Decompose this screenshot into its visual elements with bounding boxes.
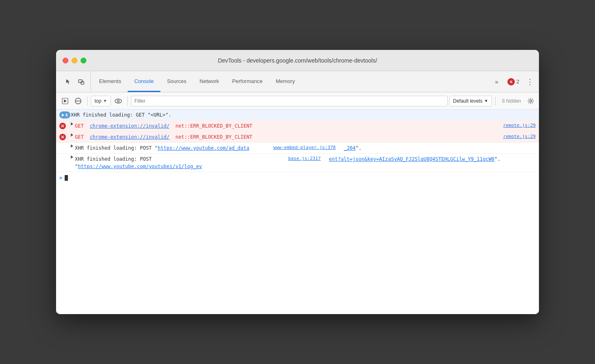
log-text-xhr1: XHR finished loading: GET "<URL>". <box>71 111 536 119</box>
tabs-bar: Elements Console Sources Network Perform… <box>56 71 539 92</box>
error-url-1[interactable]: chrome-extension://invalid/ <box>90 123 169 129</box>
xhr-url-1[interactable]: https://www.youtube.com/ad_data <box>158 145 249 151</box>
console-toolbar: top ▼ Default levels ▼ 6 hidden <box>56 92 539 110</box>
error-circle-icon-2 <box>59 134 66 140</box>
close-button[interactable] <box>63 58 68 63</box>
expand-icon-1 <box>71 122 73 126</box>
levels-label: Default levels <box>453 98 482 104</box>
log-text-xhr3b: ent?alt=json&key=AIzaSyAO_FJ2SlqU8Q4STEH… <box>321 155 536 163</box>
tab-sources[interactable]: Sources <box>160 71 193 92</box>
play-icon <box>62 113 64 117</box>
error-circle-icon-1 <box>59 123 66 129</box>
error-icon-1 <box>59 123 66 129</box>
xhr-source-1[interactable]: www-embed-player.js:378 <box>267 144 336 151</box>
log-entry-error2: GET chrome-extension://invalid/ net::ERR… <box>56 132 539 143</box>
traffic-lights <box>63 58 86 63</box>
svg-point-10 <box>117 100 119 102</box>
toolbar-divider3 <box>495 97 496 106</box>
context-value: top <box>95 98 101 104</box>
context-dropdown-icon: ▼ <box>103 99 107 103</box>
minimize-button[interactable] <box>72 58 77 63</box>
error-method-1: GET <box>75 123 84 129</box>
inspect-element-button[interactable] <box>63 76 74 88</box>
tabs-right: » 2 ⋮ <box>491 71 536 92</box>
log-entry-xhr-post-2: XHR finished loading: POST "https://www.… <box>56 154 539 172</box>
devtools-body: Elements Console Sources Network Perform… <box>56 71 539 314</box>
console-settings-button[interactable] <box>526 96 536 106</box>
show-live-expressions-button[interactable] <box>113 95 124 107</box>
execute-button[interactable] <box>59 95 71 107</box>
console-content: 6 XHR finished loading: GET "<URL>". <box>56 110 539 314</box>
badge-count: 6 <box>65 112 68 118</box>
svg-marker-6 <box>64 99 67 103</box>
titlebar: DevTools - developers.google.com/web/too… <box>56 50 539 71</box>
tab-memory[interactable]: Memory <box>269 71 302 92</box>
filter-input[interactable] <box>131 96 448 106</box>
xhr-url-2[interactable]: https://www.youtube.com/youtubei/v1/log_… <box>78 164 202 169</box>
log-text-xhr2b: _204". <box>336 144 536 152</box>
hidden-count-label: 6 hidden <box>499 98 524 104</box>
error-source-1[interactable]: remote.js:29 <box>497 122 536 129</box>
log-entry-error1: GET chrome-extension://invalid/ net::ERR… <box>56 121 539 132</box>
error-source-2[interactable]: remote.js:29 <box>497 133 536 140</box>
inspect-icons <box>59 71 91 92</box>
error-url-2[interactable]: chrome-extension://invalid/ <box>90 134 169 140</box>
error-text-1: GET chrome-extension://invalid/ net::ERR… <box>75 122 497 130</box>
devtools-window: DevTools - developers.google.com/web/too… <box>56 50 539 314</box>
tab-network[interactable]: Network <box>193 71 226 92</box>
error-code-1: net::ERR_BLOCKED_BY_CLIENT <box>176 123 252 129</box>
error-text-2: GET chrome-extension://invalid/ net::ERR… <box>75 133 497 141</box>
maximize-button[interactable] <box>81 58 86 63</box>
expand-icon-2 <box>71 133 73 137</box>
svg-point-9 <box>115 99 122 103</box>
svg-point-11 <box>530 100 532 102</box>
error-method-2: GET <box>75 134 84 140</box>
window-title: DevTools - developers.google.com/web/too… <box>218 57 377 64</box>
expand-icon-3 <box>71 144 73 148</box>
log-levels-button[interactable]: Default levels ▼ <box>449 96 492 106</box>
tab-console[interactable]: Console <box>128 71 160 92</box>
toolbar-divider <box>87 97 88 106</box>
console-cursor <box>65 175 68 181</box>
error-badge[interactable]: 2 <box>504 76 523 87</box>
toolbar-divider2 <box>127 97 128 106</box>
error-code-2: net::ERR_BLOCKED_BY_CLIENT <box>176 134 252 140</box>
console-input-row: > <box>56 172 539 184</box>
log-count-badge: 6 <box>59 112 70 119</box>
device-toolbar-button[interactable] <box>76 76 87 88</box>
clear-console-button[interactable] <box>72 95 84 107</box>
error-count-label: 2 <box>516 79 519 85</box>
xhr-url-1b[interactable]: _204 <box>344 145 356 151</box>
log-entry-xhr-get: 6 XHR finished loading: GET "<URL>". <box>56 110 539 121</box>
log-text-xhr2: XHR finished loading: POST "https://www.… <box>75 144 267 152</box>
xhr-source-2[interactable]: base.js:2317 <box>282 155 320 162</box>
context-selector[interactable]: top ▼ <box>91 96 111 106</box>
levels-chevron-icon: ▼ <box>484 99 488 103</box>
log-entry-xhr-post-1: XHR finished loading: POST "https://www.… <box>56 143 539 154</box>
console-prompt-icon: > <box>59 175 62 181</box>
devtools-menu-button[interactable]: ⋮ <box>524 76 536 88</box>
expand-icon-4 <box>71 155 73 159</box>
more-tabs-button[interactable]: » <box>491 76 503 88</box>
log-text-xhr3: XHR finished loading: POST "https://www.… <box>75 155 282 170</box>
tab-elements[interactable]: Elements <box>92 71 128 92</box>
error-icon-2 <box>59 134 66 140</box>
xhr-url-2b[interactable]: ent?alt=json&key=AIzaSyAO_FJ2SlqU8Q4STEH… <box>329 156 495 162</box>
tab-performance[interactable]: Performance <box>225 71 269 92</box>
error-count-icon <box>507 78 515 85</box>
